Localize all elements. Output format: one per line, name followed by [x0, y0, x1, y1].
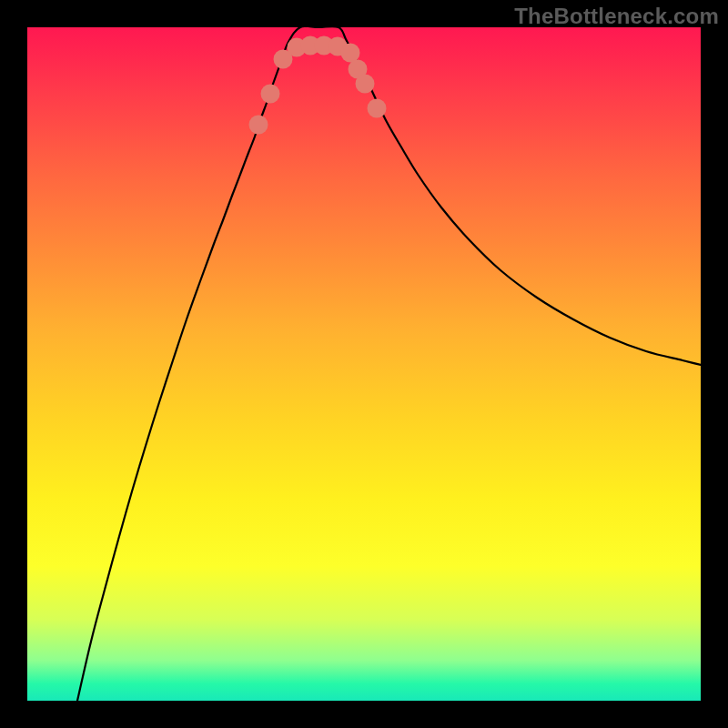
chart-frame: TheBottleneck.com [0, 0, 728, 728]
valley-dot [368, 99, 387, 118]
valley-dot [356, 75, 375, 94]
watermark-text: TheBottleneck.com [514, 4, 719, 29]
curve-line [77, 27, 701, 701]
valley-markers [249, 36, 387, 135]
chart-plot-area [27, 27, 701, 701]
valley-dot [249, 116, 268, 135]
chart-svg [27, 27, 701, 701]
bottleneck-curve [77, 27, 701, 701]
valley-dot [341, 44, 360, 63]
valley-dot [261, 85, 280, 104]
